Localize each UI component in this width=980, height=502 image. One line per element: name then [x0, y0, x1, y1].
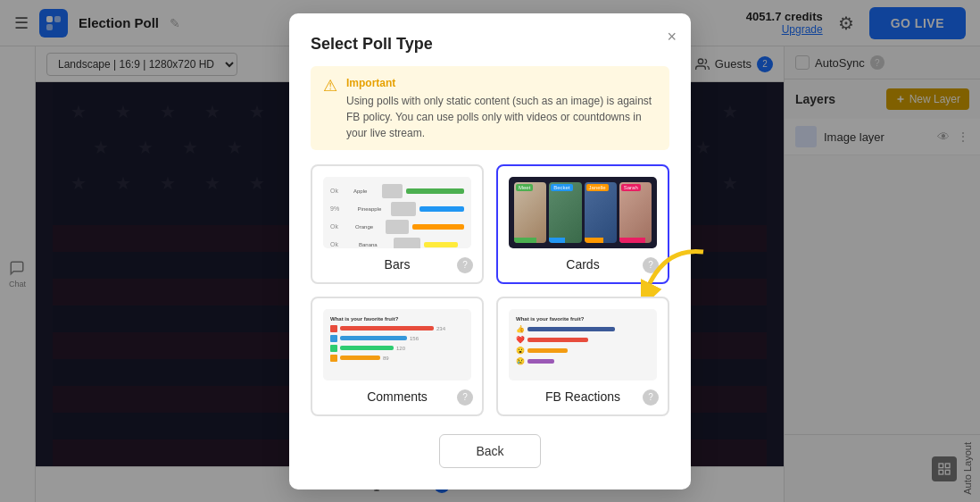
warning-box: ⚠ Important Using polls with only static…	[311, 66, 669, 150]
card-bar-3	[585, 238, 604, 243]
card-label-1: Meet	[516, 184, 533, 191]
comments-help-icon[interactable]: ?	[457, 389, 473, 406]
card-person-3: Janelle	[585, 182, 617, 243]
card-person-2: Becket	[549, 182, 581, 243]
comment-row-4: 89	[330, 355, 464, 362]
comment-row-2: 156	[330, 335, 464, 342]
poll-card-bars[interactable]: Ok Apple 9% Pineapple Ok	[311, 164, 484, 284]
bars-preview: Ok Apple 9% Pineapple Ok	[323, 177, 471, 248]
poll-card-comments[interactable]: What is your favorite fruit? 234 156	[311, 297, 484, 416]
card-label-4: Sarah	[621, 184, 641, 191]
warning-text: Important Using polls with only static c…	[346, 75, 657, 141]
bars-label: Bars	[323, 257, 471, 272]
fb-question: What is your favorite fruit?	[516, 316, 650, 322]
modal-title: Select Poll Type	[311, 35, 669, 54]
card-person-1: Meet	[514, 182, 546, 243]
comments-question: What is your favorite fruit?	[330, 316, 464, 322]
back-button[interactable]: Back	[439, 434, 540, 468]
card-bar-1	[514, 238, 536, 243]
comment-row-1: 234	[330, 325, 464, 332]
poll-type-grid: Ok Apple 9% Pineapple Ok	[311, 164, 669, 416]
fb-row-2: ❤️	[516, 336, 650, 344]
poll-card-fb-reactions[interactable]: What is your favorite fruit? 👍 ❤️ 😮	[496, 297, 669, 416]
select-poll-type-modal: Select Poll Type × ⚠ Important Using pol…	[289, 13, 691, 489]
fb-row-3: 😮	[516, 347, 650, 355]
fb-reactions-label: FB Reactions	[509, 389, 657, 404]
poll-card-cards[interactable]: Meet Becket Janelle	[496, 164, 669, 284]
modal-close-button[interactable]: ×	[667, 28, 677, 46]
comment-row-3: 120	[330, 345, 464, 352]
cards-preview: Meet Becket Janelle	[509, 177, 657, 248]
cards-label: Cards	[509, 257, 657, 272]
card-bar-2	[549, 238, 565, 243]
card-person-4: Sarah	[619, 182, 652, 243]
fb-reactions-preview: What is your favorite fruit? 👍 ❤️ 😮	[509, 309, 657, 381]
card-bar-4	[619, 238, 645, 243]
comments-label: Comments	[323, 389, 471, 404]
comments-preview: What is your favorite fruit? 234 156	[323, 309, 471, 381]
modal-overlay: Select Poll Type × ⚠ Important Using pol…	[0, 0, 980, 502]
fb-reactions-help-icon[interactable]: ?	[643, 389, 659, 406]
fb-row-4: 😢	[516, 357, 650, 365]
bars-help-icon[interactable]: ?	[457, 257, 473, 273]
card-label-3: Janelle	[586, 184, 609, 191]
card-label-2: Becket	[551, 184, 572, 191]
cards-help-icon[interactable]: ?	[643, 257, 659, 273]
fb-row-1: 👍	[516, 325, 650, 333]
modal-footer: Back	[311, 434, 669, 468]
warning-icon: ⚠	[323, 76, 337, 96]
